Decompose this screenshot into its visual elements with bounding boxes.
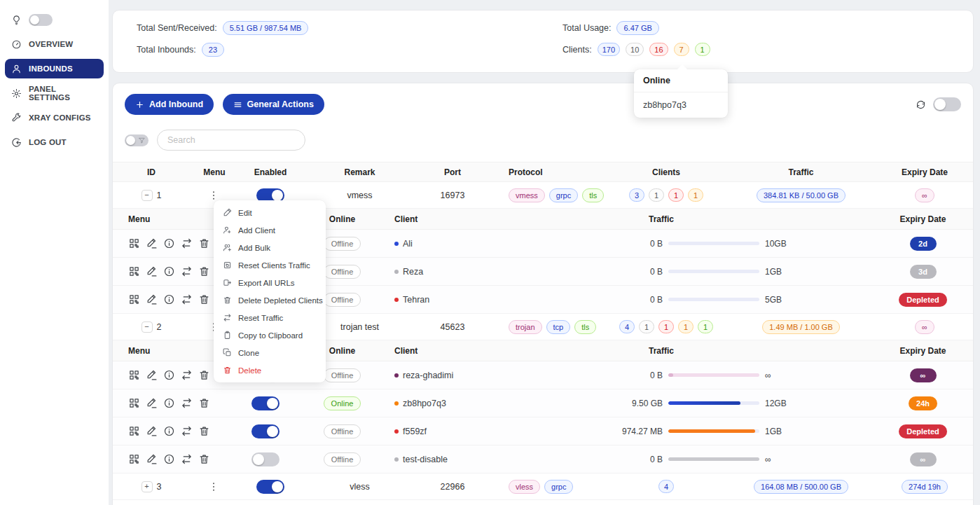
traffic-used: 0 B [602,239,663,249]
client-name-cell: Reza [379,267,579,277]
add-inbound-button[interactable]: Add Inbound [125,94,214,115]
sidebar-item-xray-configs[interactable]: XRAY CONFIGS [5,108,104,127]
trash-icon[interactable] [198,265,210,277]
enabled-toggle[interactable] [256,480,284,494]
stat-label: Clients: [563,45,592,55]
traffic-progress [668,457,759,461]
inbound-row: 4httptest11503http0 B / ∞∞ [113,500,973,505]
info-icon[interactable] [163,265,175,277]
qrcode-icon[interactable] [128,237,140,249]
wrench-icon [11,113,22,123]
qrcode-icon[interactable] [128,453,140,465]
swap-icon[interactable] [181,237,193,249]
trash-icon[interactable] [198,293,210,305]
menu-item-delete[interactable]: Delete [214,361,326,379]
qrcode-icon[interactable] [128,425,140,437]
search-input[interactable] [157,130,305,151]
swap-icon[interactable] [181,293,193,305]
stat-label: Total Inbounds: [137,45,196,55]
info-icon[interactable] [163,369,175,381]
pencil-icon[interactable] [146,293,158,305]
client-count-badge: 1 [649,188,664,202]
sidebar-item-log-out[interactable]: LOG OUT [5,132,104,152]
sidebar-item-inbounds[interactable]: INBOUNDS [5,59,104,78]
theme-toggle[interactable] [29,14,53,26]
qrcode-icon[interactable] [128,369,140,381]
pencil-icon[interactable] [146,237,158,249]
trash-icon[interactable] [198,397,210,409]
sidebar-item-label: LOG OUT [29,138,67,146]
info-icon[interactable] [163,237,175,249]
trash-icon [223,366,232,375]
info-icon[interactable] [163,453,175,465]
menu-item-export-all-urls[interactable]: Export All URLs [214,274,326,291]
info-icon[interactable] [163,293,175,305]
client-color-dot [394,298,399,302]
menu-item-edit[interactable]: Edit [214,204,326,221]
menu-item-delete-depleted-clients[interactable]: Delete Depleted Clients [214,291,326,309]
swap-icon[interactable] [181,369,193,381]
menu-item-add-client[interactable]: Add Client [214,221,326,239]
trash-icon[interactable] [198,369,210,381]
client-enabled-toggle[interactable] [251,424,279,438]
auto-refresh-toggle[interactable] [933,97,961,111]
swap-icon[interactable] [181,397,193,409]
expander-button[interactable]: − [142,190,153,201]
menu-item-copy-to-clipboard[interactable]: Copy to Clipboard [214,326,326,344]
client-name-cell: reza-ghadimi [379,371,579,380]
menu-item-reset-clients-traffic[interactable]: Reset Clients Traffic [214,256,326,274]
traffic-progress [668,429,759,433]
client-color-dot [394,373,399,378]
traffic-progress [668,298,759,301]
toggle-knob [126,136,135,145]
sidebar-item-panel-settings[interactable]: PANEL SETTINGS [5,83,104,103]
client-count-badge: 1 [688,188,703,202]
filter-toggle[interactable] [125,134,149,146]
dots-icon [208,479,219,494]
inbound-id: 2 [157,322,162,332]
expander-button[interactable]: + [142,481,153,492]
qrcode-icon[interactable] [128,293,140,305]
client-traffic-cell: 0 B∞ [579,371,873,380]
row-menu-button[interactable] [208,479,221,494]
protocol-badge: grpc [549,188,578,202]
pencil-icon[interactable] [146,369,158,381]
toggle-knob [934,99,946,110]
pencil-icon[interactable] [146,425,158,437]
info-icon[interactable] [163,397,175,409]
expander-button[interactable]: − [142,321,153,333]
menu-item-clone[interactable]: Clone [214,344,326,361]
swap-icon[interactable] [181,265,193,277]
toolbar-right [916,97,961,111]
menu-item-add-bulk[interactable]: Add Bulk [214,239,326,256]
client-enabled-toggle[interactable] [251,452,279,466]
swap-icon[interactable] [181,453,193,465]
sub-column-expiry: Expiry Date [873,346,973,356]
sidebar-item-label: PANEL SETTINGS [29,85,97,102]
general-actions-button[interactable]: General Actions [223,94,324,115]
info-icon[interactable] [163,425,175,437]
pencil-icon[interactable] [146,397,158,409]
user-add-icon [223,226,232,235]
menu-item-reset-traffic[interactable]: Reset Traffic [214,309,326,326]
client-row: Offlinef559zf974.27 MB1GBDepleted [113,417,973,445]
protocol-badge: trojan [509,320,542,334]
client-enabled-toggle[interactable] [251,396,279,410]
trash-icon[interactable] [198,453,210,465]
qrcode-icon[interactable] [128,397,140,409]
qrcode-icon[interactable] [128,265,140,277]
trash-icon[interactable] [198,425,210,437]
sidebar-item-overview[interactable]: OVERVIEW [5,34,104,54]
client-expiry-cell: Depleted [873,424,973,438]
pencil-icon[interactable] [146,453,158,465]
expiry-badge: Depleted [899,293,946,307]
theme-toggle-row [5,10,104,29]
trash-icon[interactable] [198,237,210,249]
column-header-remark: Remark [302,167,417,177]
inbound-expiry: ∞ [876,188,973,202]
swap-icon[interactable] [181,425,193,437]
refresh-icon[interactable] [916,99,926,110]
pencil-icon[interactable] [146,265,158,277]
gauge-icon [11,39,22,50]
client-traffic-cell: 0 B5GB [579,295,873,305]
